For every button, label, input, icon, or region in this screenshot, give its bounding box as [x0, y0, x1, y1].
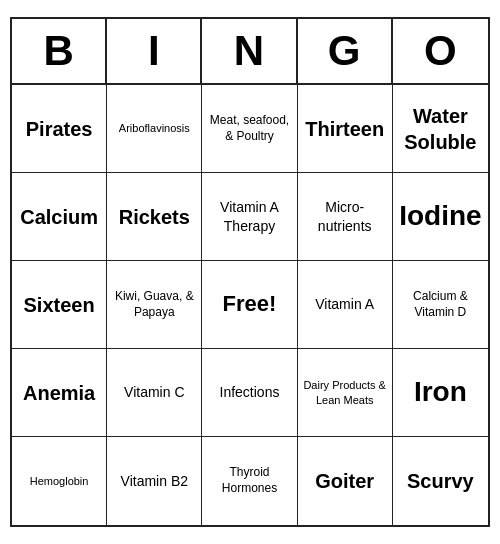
bingo-cell-12: Free! — [202, 261, 297, 349]
header-letter-n: N — [202, 19, 297, 83]
bingo-cell-3: Thirteen — [298, 85, 393, 173]
bingo-cell-19: Iron — [393, 349, 488, 437]
bingo-cell-6: Rickets — [107, 173, 202, 261]
bingo-cell-9: Iodine — [393, 173, 488, 261]
bingo-cell-16: Vitamin C — [107, 349, 202, 437]
bingo-cell-7: Vitamin A Therapy — [202, 173, 297, 261]
bingo-card: BINGO PiratesAriboflavinosisMeat, seafoo… — [10, 17, 490, 527]
header-letter-i: I — [107, 19, 202, 83]
bingo-cell-17: Infections — [202, 349, 297, 437]
bingo-cell-2: Meat, seafood, & Poultry — [202, 85, 297, 173]
header-letter-g: G — [298, 19, 393, 83]
bingo-cell-0: Pirates — [12, 85, 107, 173]
header-letter-b: B — [12, 19, 107, 83]
bingo-header: BINGO — [12, 19, 488, 85]
bingo-cell-24: Scurvy — [393, 437, 488, 525]
bingo-cell-22: Thyroid Hormones — [202, 437, 297, 525]
bingo-cell-18: Dairy Products & Lean Meats — [298, 349, 393, 437]
bingo-cell-20: Hemoglobin — [12, 437, 107, 525]
bingo-grid: PiratesAriboflavinosisMeat, seafood, & P… — [12, 85, 488, 525]
bingo-cell-1: Ariboflavinosis — [107, 85, 202, 173]
bingo-cell-4: Water Soluble — [393, 85, 488, 173]
bingo-cell-10: Sixteen — [12, 261, 107, 349]
bingo-cell-15: Anemia — [12, 349, 107, 437]
bingo-cell-8: Micro-nutrients — [298, 173, 393, 261]
header-letter-o: O — [393, 19, 488, 83]
bingo-cell-23: Goiter — [298, 437, 393, 525]
bingo-cell-21: Vitamin B2 — [107, 437, 202, 525]
bingo-cell-14: Calcium & Vitamin D — [393, 261, 488, 349]
bingo-cell-13: Vitamin A — [298, 261, 393, 349]
bingo-cell-11: Kiwi, Guava, & Papaya — [107, 261, 202, 349]
bingo-cell-5: Calcium — [12, 173, 107, 261]
